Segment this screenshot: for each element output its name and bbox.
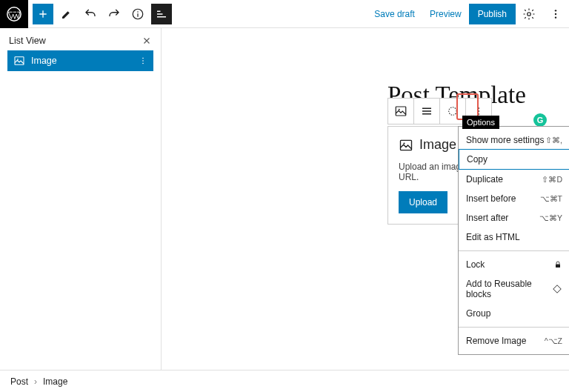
image-block-heading-text: Image (419, 137, 456, 153)
list-item-label: Image (31, 56, 57, 66)
svg-point-9 (142, 58, 144, 59)
list-view-button[interactable] (151, 4, 172, 24)
block-options-menu: Show more settings ⇧⌘, Copy Duplicate ⇧⌘… (458, 126, 569, 355)
sidebar-header: List View (0, 28, 161, 50)
svg-point-14 (449, 107, 457, 116)
breadcrumb-post[interactable]: Post (10, 376, 28, 387)
grammarly-badge[interactable]: G (533, 113, 547, 127)
svg-rect-18 (401, 140, 412, 150)
align-button[interactable] (414, 99, 439, 124)
menu-duplicate[interactable]: Duplicate ⇧⌘D (459, 170, 569, 189)
svg-point-15 (478, 107, 479, 109)
save-draft-link[interactable]: Save draft (367, 9, 422, 19)
breadcrumb: Post › Image (0, 370, 569, 392)
redo-button[interactable] (104, 4, 124, 24)
list-item-image[interactable]: Image (7, 50, 153, 71)
svg-point-4 (555, 10, 556, 11)
svg-rect-20 (556, 265, 560, 268)
block-type-image-icon[interactable] (388, 99, 413, 124)
preview-link[interactable]: Preview (422, 9, 469, 19)
sidebar-title: List View (9, 36, 46, 46)
menu-show-more-settings[interactable]: Show more settings ⇧⌘, (459, 130, 569, 150)
svg-rect-7 (15, 57, 24, 65)
options-tooltip: Options (462, 116, 499, 129)
list-view-sidebar: List View Image (0, 28, 162, 370)
undo-button[interactable] (80, 4, 101, 24)
svg-point-3 (528, 12, 531, 16)
menu-copy[interactable]: Copy (459, 149, 569, 170)
more-options-icon[interactable] (545, 4, 566, 24)
lock-icon (553, 260, 562, 269)
image-icon (13, 55, 25, 67)
reusable-icon (552, 284, 562, 294)
crop-button[interactable] (440, 99, 465, 124)
menu-insert-after[interactable]: Insert after ⌥⌘Y (459, 208, 569, 227)
svg-point-16 (478, 110, 479, 112)
svg-point-19 (403, 142, 405, 144)
menu-edit-as-html[interactable]: Edit as HTML (459, 227, 569, 247)
breadcrumb-image[interactable]: Image (43, 376, 67, 387)
settings-gear-icon[interactable] (519, 4, 539, 24)
edit-mode-button[interactable] (56, 4, 77, 24)
svg-point-6 (555, 16, 556, 18)
menu-add-reusable[interactable]: Add to Reusable blocks (459, 274, 569, 304)
details-button[interactable] (127, 4, 148, 24)
menu-lock[interactable]: Lock (459, 255, 569, 274)
menu-remove-image[interactable]: Remove Image ^⌥Z (459, 331, 569, 351)
menu-group[interactable]: Group (459, 304, 569, 323)
svg-point-2 (137, 11, 139, 13)
menu-insert-before[interactable]: Insert before ⌥⌘T (459, 189, 569, 208)
svg-rect-12 (396, 107, 406, 116)
breadcrumb-sep: › (34, 376, 37, 387)
svg-point-10 (142, 60, 144, 62)
svg-point-11 (142, 63, 144, 64)
svg-point-5 (555, 13, 556, 14)
add-block-button[interactable] (33, 4, 53, 24)
editor-canvas[interactable]: Post Template (162, 28, 569, 370)
publish-button[interactable]: Publish (469, 4, 516, 24)
upload-button[interactable]: Upload (399, 191, 447, 213)
list-item-more-icon[interactable] (139, 56, 147, 65)
svg-point-8 (17, 59, 19, 60)
top-bar: Save draft Preview Publish (0, 0, 569, 28)
main-area: List View Image Post Template (0, 28, 569, 370)
svg-point-13 (399, 109, 400, 110)
image-icon (399, 138, 413, 153)
wordpress-logo-button[interactable] (0, 0, 28, 28)
svg-point-17 (478, 113, 479, 115)
close-sidebar-icon[interactable] (142, 36, 152, 46)
